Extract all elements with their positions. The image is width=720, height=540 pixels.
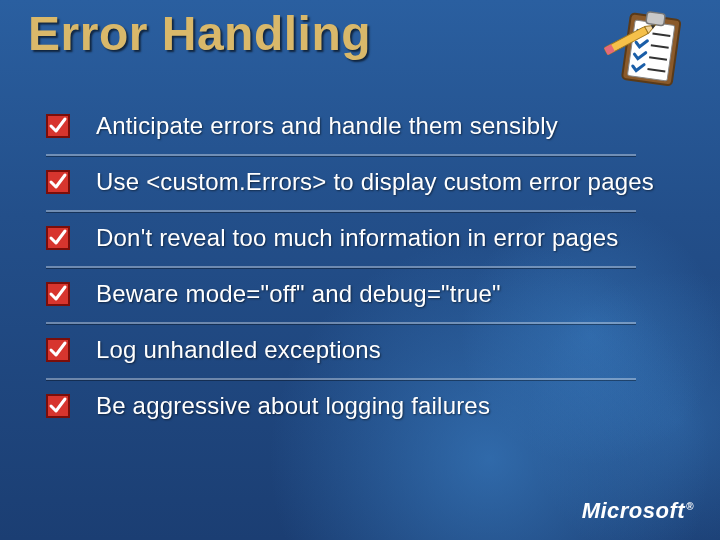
bullet-text: Be aggressive about logging failures	[96, 392, 490, 420]
microsoft-logo: Microsoft®	[582, 498, 694, 524]
bullet-text: Anticipate errors and handle them sensib…	[96, 112, 558, 140]
clipboard-icon	[598, 6, 698, 96]
list-item: Beware mode="off" and debug="true"	[46, 266, 690, 322]
bullet-text: Log unhandled exceptions	[96, 336, 381, 364]
list-item: Log unhandled exceptions	[46, 322, 690, 378]
list-item: Don't reveal too much information in err…	[46, 210, 690, 266]
slide: Error Handling	[0, 0, 720, 540]
brand-text: Microsoft	[582, 498, 686, 523]
list-item: Use <custom.Errors> to display custom er…	[46, 154, 690, 210]
checkmark-icon	[46, 338, 70, 362]
bullet-text: Use <custom.Errors> to display custom er…	[96, 168, 654, 196]
list-item: Be aggressive about logging failures	[46, 378, 690, 434]
checkmark-icon	[46, 394, 70, 418]
bullet-text: Beware mode="off" and debug="true"	[96, 280, 501, 308]
svg-rect-2	[646, 12, 665, 26]
slide-title: Error Handling	[28, 6, 371, 61]
checkmark-icon	[46, 114, 70, 138]
bullet-text: Don't reveal too much information in err…	[96, 224, 618, 252]
checkmark-icon	[46, 282, 70, 306]
list-item: Anticipate errors and handle them sensib…	[46, 98, 690, 154]
checkmark-icon	[46, 170, 70, 194]
registered-mark: ®	[686, 501, 694, 512]
bullet-list: Anticipate errors and handle them sensib…	[46, 98, 690, 434]
checkmark-icon	[46, 226, 70, 250]
